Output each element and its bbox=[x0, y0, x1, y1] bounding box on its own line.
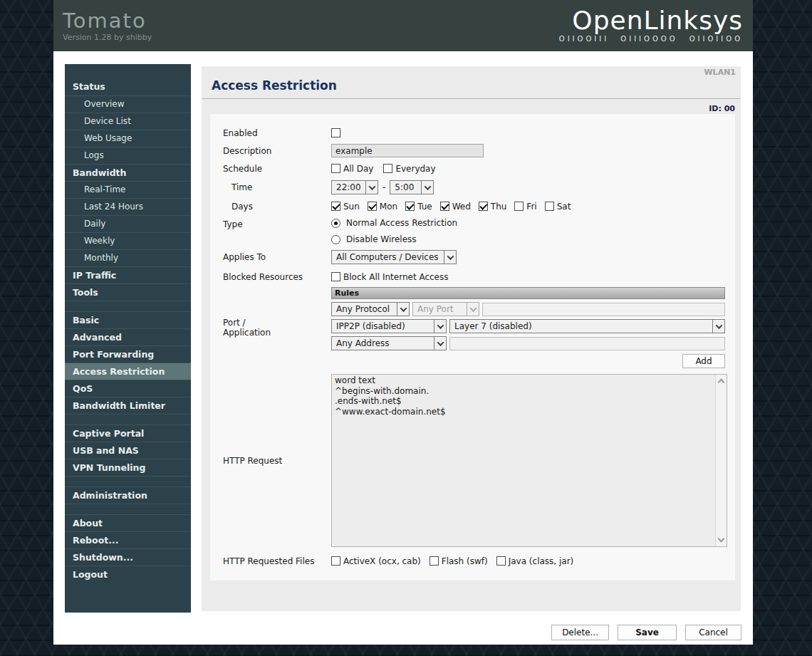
day-fri-checkbox[interactable] bbox=[514, 202, 524, 211]
day-mon-checkbox[interactable] bbox=[368, 202, 377, 211]
sidebar-item-advanced[interactable]: Advanced bbox=[65, 328, 191, 345]
protocol-select[interactable]: Any Protocol bbox=[331, 302, 410, 316]
type-row: Type Normal Access Restriction Disable W… bbox=[210, 218, 735, 244]
applies-to-row: Applies To All Computers / Devices bbox=[210, 246, 735, 268]
sidebar-item-last-24-hours[interactable]: Last 24 Hours bbox=[65, 198, 191, 215]
cancel-button[interactable]: Cancel bbox=[685, 625, 741, 640]
type-normal-label: Normal Access Restriction bbox=[346, 218, 457, 228]
scroll-down-icon[interactable] bbox=[718, 536, 725, 543]
chevron-down-icon bbox=[421, 181, 433, 194]
sidebar-item-bandwidth[interactable]: Bandwidth bbox=[65, 164, 191, 181]
sidebar-item-device-list[interactable]: Device List bbox=[65, 113, 191, 130]
rules-header: Rules bbox=[331, 287, 725, 299]
type-normal-radio[interactable] bbox=[331, 219, 340, 228]
sidebar-gap bbox=[65, 301, 191, 311]
sidebar-item-reboot[interactable]: Reboot... bbox=[65, 531, 191, 548]
form-actions: Delete... Save Cancel bbox=[551, 625, 741, 640]
schedule-row: Schedule All Day Everyday bbox=[210, 160, 735, 177]
sidebar-item-monthly[interactable]: Monthly bbox=[65, 249, 191, 266]
type-disable-wireless-radio[interactable] bbox=[331, 235, 340, 244]
sidebar-item-qos[interactable]: QoS bbox=[65, 380, 191, 397]
page-title: Access Restriction bbox=[202, 66, 741, 93]
http-requested-files-row: HTTP Requested Files ActiveX (ocx, cab) … bbox=[210, 552, 735, 570]
time-row: Time 22:00 - 5:00 bbox=[210, 177, 735, 197]
description-input[interactable] bbox=[331, 144, 484, 157]
rules-table: Rules Any Protocol Any Port bbox=[331, 287, 725, 368]
http-request-row: HTTP Request word text ^begins-with.doma… bbox=[210, 374, 735, 547]
day-sun-checkbox[interactable] bbox=[331, 202, 340, 211]
scroll-up-icon[interactable] bbox=[718, 379, 725, 386]
sidebar-item-logs[interactable]: Logs bbox=[65, 147, 191, 164]
all-day-checkbox[interactable] bbox=[331, 164, 340, 173]
java-checkbox[interactable] bbox=[496, 556, 506, 566]
sidebar-gap bbox=[65, 476, 191, 486]
app-header: Tomato Version 1.28 by shibby OpenLinksy… bbox=[53, 0, 753, 51]
http-requested-files-label: HTTP Requested Files bbox=[223, 556, 331, 566]
brand-block: Tomato Version 1.28 by shibby bbox=[63, 10, 152, 42]
sidebar-item-real-time[interactable]: Real-Time bbox=[65, 181, 191, 198]
day-wed-checkbox[interactable] bbox=[440, 202, 449, 211]
chevron-down-icon bbox=[434, 320, 446, 333]
chevron-down-icon bbox=[467, 303, 479, 316]
http-request-label: HTTP Request bbox=[223, 456, 331, 466]
sidebar-item-tools[interactable]: Tools bbox=[65, 283, 191, 301]
sidebar-item-ip-traffic[interactable]: IP Traffic bbox=[65, 266, 191, 283]
applies-to-select[interactable]: All Computers / Devices bbox=[331, 250, 457, 264]
logo-binary-text: oiiooiii oiiioooo oiioiioo bbox=[559, 35, 743, 43]
day-tue-checkbox[interactable] bbox=[405, 202, 415, 211]
day-thu-checkbox[interactable] bbox=[479, 202, 488, 211]
sidebar-item-usb-and-nas[interactable]: USB and NAS bbox=[65, 442, 191, 459]
block-all-internet-checkbox[interactable] bbox=[331, 272, 340, 281]
http-request-textarea[interactable]: word text ^begins-with.domain. .ends-wit… bbox=[331, 374, 727, 547]
sidebar-item-overview[interactable]: Overview bbox=[65, 95, 191, 113]
sidebar-item-access-restriction[interactable]: Access Restriction bbox=[65, 363, 191, 380]
rules-protocol-row: Any Protocol Any Port bbox=[331, 302, 725, 316]
blocked-resources-row: Blocked Resources Block All Internet Acc… bbox=[210, 268, 735, 286]
block-all-internet-label: Block All Internet Access bbox=[343, 272, 449, 282]
address-select[interactable]: Any Address bbox=[331, 336, 447, 350]
save-button[interactable]: Save bbox=[618, 625, 677, 640]
rules-address-row: Any Address bbox=[331, 336, 725, 350]
textarea-scrollbar[interactable] bbox=[715, 375, 727, 546]
sidebar-item-status[interactable]: Status bbox=[65, 78, 191, 95]
ipp2p-select[interactable]: IPP2P (disabled) bbox=[331, 319, 447, 333]
flash-checkbox[interactable] bbox=[430, 556, 439, 566]
type-label: Type bbox=[223, 218, 331, 229]
chevron-down-icon bbox=[712, 320, 724, 333]
sidebar-item-captive-portal[interactable]: Captive Portal bbox=[65, 425, 191, 442]
port-select[interactable]: Any Port bbox=[412, 302, 479, 316]
layer7-select[interactable]: Layer 7 (disabled) bbox=[449, 319, 725, 333]
sidebar-item-port-forwarding[interactable]: Port Forwarding bbox=[65, 345, 191, 363]
delete-button[interactable]: Delete... bbox=[551, 625, 609, 640]
enabled-checkbox[interactable] bbox=[331, 128, 340, 137]
sidebar-item-basic[interactable]: Basic bbox=[65, 311, 191, 328]
sidebar-item-web-usage[interactable]: Web Usage bbox=[65, 130, 191, 147]
day-sat-checkbox[interactable] bbox=[545, 202, 554, 211]
chevron-down-icon bbox=[434, 337, 446, 350]
days-row: Days Sun Mon Tue bbox=[210, 197, 735, 215]
time-label: Time bbox=[223, 182, 331, 192]
rule-id-label: ID: 00 bbox=[202, 99, 741, 113]
address-value-input[interactable] bbox=[449, 337, 725, 350]
sidebar-item-daily[interactable]: Daily bbox=[65, 215, 191, 232]
sidebar-item-about[interactable]: About bbox=[65, 514, 191, 531]
port-value-input[interactable] bbox=[482, 303, 725, 316]
sidebar-item-shutdown[interactable]: Shutdown... bbox=[65, 548, 191, 566]
sidebar-item-logout[interactable]: Logout bbox=[65, 566, 191, 583]
sidebar-item-vpn-tunneling[interactable]: VPN Tunneling bbox=[65, 459, 191, 476]
access-restriction-form: Enabled Description Schedule All Day bbox=[210, 114, 735, 580]
enabled-row: Enabled bbox=[210, 124, 735, 142]
everyday-checkbox[interactable] bbox=[383, 164, 392, 173]
flash-label: Flash (swf) bbox=[442, 556, 488, 566]
sidebar-item-weekly[interactable]: Weekly bbox=[65, 232, 191, 249]
time-to-select[interactable]: 5:00 bbox=[390, 180, 434, 194]
time-separator: - bbox=[382, 182, 385, 192]
activex-checkbox[interactable] bbox=[331, 556, 340, 566]
time-from-select[interactable]: 22:00 bbox=[331, 180, 378, 194]
add-rule-button[interactable]: Add bbox=[682, 354, 725, 368]
schedule-label: Schedule bbox=[223, 164, 331, 174]
sidebar-item-administration[interactable]: Administration bbox=[65, 486, 191, 504]
everyday-label: Everyday bbox=[395, 164, 435, 174]
sidebar-item-bandwidth-limiter[interactable]: Bandwidth Limiter bbox=[65, 397, 191, 414]
openlinksys-logo: OpenLinksys bbox=[559, 9, 743, 33]
